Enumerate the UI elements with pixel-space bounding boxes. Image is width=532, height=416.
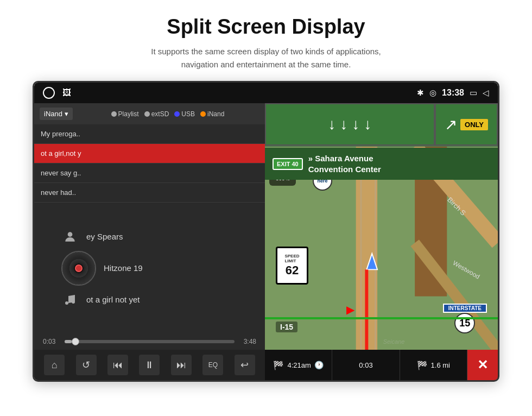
song-row: ot a girl not yet: [61, 291, 254, 308]
home-button[interactable]: ⌂: [44, 355, 65, 375]
controls-bar: ⌂ ↺ ⏮ ⏸ ⏭ EQ ↩: [34, 350, 265, 380]
status-time: 13:38: [442, 88, 464, 98]
player-main: ey Spears Hitzone 19: [34, 203, 265, 333]
sign-arrows: ↓ ↓ ↓ ↓: [265, 103, 435, 146]
progress-fill: [65, 340, 72, 343]
back-button[interactable]: ↩: [235, 355, 255, 375]
nav-red-arrow: ▶: [346, 303, 354, 316]
source-options: Playlist extSD USB iNand: [76, 110, 259, 118]
page-title: Split Screen Display: [22, 15, 510, 39]
nav-start-time: 🏁 4:21am 🕐: [265, 350, 332, 380]
nav-remaining: 🏁 1.6 mi: [400, 350, 467, 380]
song-label: ot a girl not yet: [86, 295, 140, 304]
top-highway-signs: ↓ ↓ ↓ ↓ ↗ ONLY: [265, 103, 498, 146]
artist-row: ey Spears: [61, 228, 254, 245]
album-label: Hitzone 19: [104, 263, 143, 273]
page-subtitle: It supports the same screen display of t…: [22, 45, 510, 71]
source-dropdown[interactable]: iNand ▾: [40, 108, 73, 120]
radio-dot-inand: [200, 111, 206, 117]
source-playlist[interactable]: Playlist: [111, 110, 139, 118]
list-item[interactable]: never had..: [34, 183, 265, 203]
status-left: 🖼: [43, 87, 71, 99]
status-right: ✱ ◎ 13:38 ▭ ◁: [417, 88, 489, 98]
music-note-icon: [61, 291, 79, 308]
repeat-button[interactable]: ↺: [76, 355, 97, 375]
progress-thumb[interactable]: [72, 338, 79, 345]
arrow-down-icon: ↓: [352, 116, 360, 133]
circle-icon: [43, 87, 55, 99]
prev-button[interactable]: ⏮: [107, 355, 128, 375]
bluetooth-icon: ✱: [417, 88, 424, 98]
time-current: 0:03: [43, 338, 59, 345]
source-inand[interactable]: iNand: [200, 110, 224, 118]
album-row: Hitzone 19: [61, 251, 254, 286]
nav-elapsed-label: 0:03: [359, 361, 372, 369]
progress-bar[interactable]: [65, 340, 235, 343]
player-info: ey Spears Hitzone 19: [45, 228, 254, 308]
next-button[interactable]: ⏭: [171, 355, 192, 375]
nav-panel: ↓ ↓ ↓ ↓ ↗ ONLY EXIT 40 » Sahara AvenueCo…: [265, 103, 498, 380]
sign-only: ↗ ONLY: [435, 103, 498, 146]
split-screen: iNand ▾ Playlist extSD USB: [34, 103, 498, 380]
source-extsd[interactable]: extSD: [144, 110, 169, 118]
eq-button[interactable]: EQ: [202, 355, 223, 375]
exit-badge: EXIT 40: [273, 158, 303, 170]
artist-label: ey Spears: [86, 232, 123, 241]
flag-end-icon: 🏁: [417, 360, 428, 370]
source-usb[interactable]: USB: [174, 110, 195, 118]
nav-remaining-label: 1.6 mi: [431, 361, 450, 369]
arrow-down-icon: ↓: [328, 116, 336, 133]
nav-start-time-label: 4:21am: [287, 361, 311, 369]
progress-section: 0:03 3:48: [34, 333, 265, 350]
image-icon: 🖼: [62, 88, 71, 98]
screen-icon: ▭: [470, 88, 477, 98]
interstate-label: INTERSTATE: [443, 304, 487, 313]
speed-number: 62: [286, 263, 299, 278]
chevron-down-icon: ▾: [65, 110, 68, 118]
arrow-down-icon: ↓: [340, 116, 348, 133]
location-icon: ◎: [429, 88, 436, 98]
speed-limit-sign: SPEEDLIMIT 62: [276, 247, 308, 285]
vinyl-disc: [61, 251, 96, 286]
list-item-active[interactable]: ot a girl,not y: [34, 144, 265, 163]
svg-point-1: [65, 301, 68, 305]
arrow-up-right-icon: ↗: [445, 116, 457, 134]
close-icon: ✕: [477, 357, 488, 373]
status-bar: 🖼 ✱ ◎ 13:38 ▭ ◁: [34, 83, 498, 103]
song-list: My preroga.. ot a girl,not y never say g…: [34, 124, 265, 203]
pause-button[interactable]: ⏸: [139, 355, 160, 375]
flag-start-icon: 🏁: [273, 360, 284, 370]
device-frame: 🖼 ✱ ◎ 13:38 ▭ ◁ iNand ▾ Playlist: [33, 81, 499, 382]
nav-bottom-bar: 🏁 4:21am 🕐 0:03 🏁 1.6 mi ✕: [265, 350, 498, 380]
nav-info-banner: EXIT 40 » Sahara AvenueConvention Center: [265, 148, 498, 180]
clock-icon: 🕐: [314, 361, 324, 369]
source-dropdown-label: iNand: [44, 110, 62, 118]
music-panel: iNand ▾ Playlist extSD USB: [34, 103, 265, 380]
watermark: Seicane: [383, 338, 405, 345]
vinyl-center: [75, 264, 83, 272]
nav-elapsed: 0:03: [332, 350, 400, 380]
radio-dot-playlist: [111, 111, 117, 117]
highway-number: 15: [454, 313, 475, 333]
source-row: iNand ▾ Playlist extSD USB: [34, 103, 265, 124]
list-item[interactable]: My preroga..: [34, 124, 265, 144]
page-header: Split Screen Display It supports the sam…: [0, 0, 532, 81]
time-total: 3:48: [240, 338, 256, 345]
nav-progress-line: [265, 317, 498, 319]
only-badge: ONLY: [460, 119, 488, 130]
person-icon: [61, 228, 79, 245]
back-icon: ◁: [483, 88, 489, 98]
svg-point-2: [72, 300, 75, 304]
radio-dot-extsd: [144, 111, 150, 117]
exit-destination: » Sahara AvenueConvention Center: [308, 153, 381, 174]
arrow-down-icon: ↓: [364, 116, 372, 133]
list-item[interactable]: never say g..: [34, 163, 265, 183]
nav-close-button[interactable]: ✕: [467, 350, 498, 380]
svg-point-0: [68, 232, 73, 237]
radio-dot-usb: [174, 111, 180, 117]
highway-id: I-15: [276, 322, 297, 332]
